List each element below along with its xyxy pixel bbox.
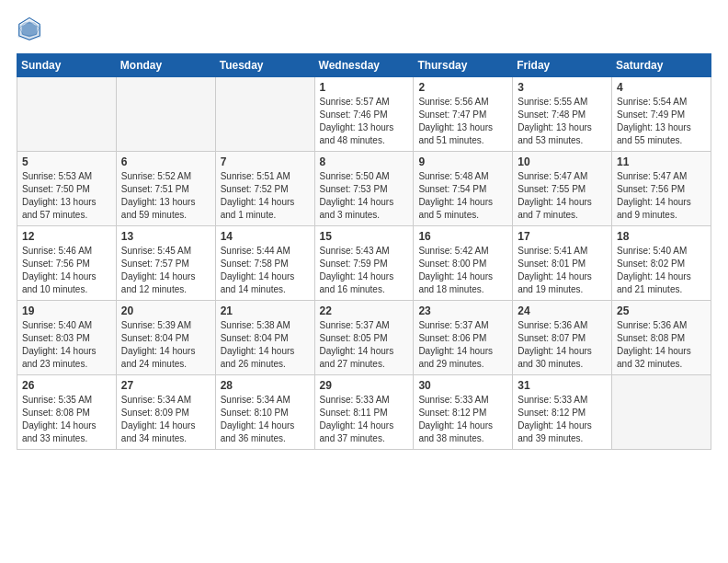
day-number: 4	[617, 81, 706, 94]
day-header-thursday: Thursday	[414, 54, 513, 77]
day-number: 13	[121, 230, 210, 243]
day-info: Sunrise: 5:37 AM Sunset: 8:05 PM Dayligh…	[320, 319, 409, 371]
header-row: SundayMondayTuesdayWednesdayThursdayFrid…	[17, 54, 711, 77]
calendar-cell: 23Sunrise: 5:37 AM Sunset: 8:06 PM Dayli…	[414, 301, 513, 375]
calendar-cell: 5Sunrise: 5:53 AM Sunset: 7:50 PM Daylig…	[17, 152, 117, 226]
day-info: Sunrise: 5:38 AM Sunset: 8:04 PM Dayligh…	[221, 319, 310, 371]
calendar-cell	[17, 77, 117, 152]
calendar-cell: 4Sunrise: 5:54 AM Sunset: 7:49 PM Daylig…	[612, 77, 711, 152]
calendar-cell: 22Sunrise: 5:37 AM Sunset: 8:05 PM Dayli…	[314, 301, 414, 375]
day-info: Sunrise: 5:43 AM Sunset: 7:59 PM Dayligh…	[320, 245, 409, 296]
calendar-cell: 10Sunrise: 5:47 AM Sunset: 7:55 PM Dayli…	[513, 152, 612, 226]
day-number: 14	[221, 230, 310, 243]
calendar-cell: 8Sunrise: 5:50 AM Sunset: 7:53 PM Daylig…	[314, 152, 414, 226]
calendar-cell: 9Sunrise: 5:48 AM Sunset: 7:54 PM Daylig…	[414, 152, 513, 226]
day-info: Sunrise: 5:39 AM Sunset: 8:04 PM Dayligh…	[121, 319, 210, 371]
calendar-cell: 28Sunrise: 5:34 AM Sunset: 8:10 PM Dayli…	[215, 375, 314, 450]
day-info: Sunrise: 5:40 AM Sunset: 8:02 PM Dayligh…	[617, 245, 706, 296]
calendar-week-2: 12Sunrise: 5:46 AM Sunset: 7:56 PM Dayli…	[17, 226, 711, 301]
calendar-cell: 26Sunrise: 5:35 AM Sunset: 8:08 PM Dayli…	[17, 375, 117, 450]
calendar-cell: 24Sunrise: 5:36 AM Sunset: 8:07 PM Dayli…	[513, 301, 612, 375]
day-number: 11	[617, 155, 706, 168]
calendar-cell: 14Sunrise: 5:44 AM Sunset: 7:58 PM Dayli…	[215, 226, 314, 301]
day-info: Sunrise: 5:34 AM Sunset: 8:09 PM Dayligh…	[121, 394, 210, 445]
day-number: 9	[418, 155, 507, 168]
day-number: 19	[22, 304, 111, 317]
logo-icon	[17, 17, 42, 42]
day-info: Sunrise: 5:45 AM Sunset: 7:57 PM Dayligh…	[121, 245, 210, 296]
day-number: 18	[617, 230, 706, 243]
day-info: Sunrise: 5:54 AM Sunset: 7:49 PM Dayligh…	[617, 96, 706, 147]
day-number: 12	[22, 230, 111, 243]
page: SundayMondayTuesdayWednesdayThursdayFrid…	[0, 0, 728, 459]
day-info: Sunrise: 5:44 AM Sunset: 7:58 PM Dayligh…	[221, 245, 310, 296]
calendar-cell: 27Sunrise: 5:34 AM Sunset: 8:09 PM Dayli…	[116, 375, 215, 450]
calendar-cell: 21Sunrise: 5:38 AM Sunset: 8:04 PM Dayli…	[215, 301, 314, 375]
calendar-cell: 31Sunrise: 5:33 AM Sunset: 8:12 PM Dayli…	[513, 375, 612, 450]
day-info: Sunrise: 5:42 AM Sunset: 8:00 PM Dayligh…	[418, 245, 507, 296]
day-info: Sunrise: 5:41 AM Sunset: 8:01 PM Dayligh…	[518, 245, 607, 296]
calendar-cell: 30Sunrise: 5:33 AM Sunset: 8:12 PM Dayli…	[414, 375, 513, 450]
day-number: 28	[221, 379, 310, 392]
day-info: Sunrise: 5:53 AM Sunset: 7:50 PM Dayligh…	[22, 170, 111, 222]
day-number: 22	[320, 304, 409, 317]
day-number: 10	[518, 155, 607, 168]
day-info: Sunrise: 5:57 AM Sunset: 7:46 PM Dayligh…	[320, 96, 409, 147]
day-header-wednesday: Wednesday	[314, 54, 414, 77]
day-info: Sunrise: 5:36 AM Sunset: 8:07 PM Dayligh…	[518, 319, 607, 371]
calendar-cell: 1Sunrise: 5:57 AM Sunset: 7:46 PM Daylig…	[314, 77, 414, 152]
day-number: 5	[22, 155, 111, 168]
calendar-cell: 17Sunrise: 5:41 AM Sunset: 8:01 PM Dayli…	[513, 226, 612, 301]
day-info: Sunrise: 5:47 AM Sunset: 7:55 PM Dayligh…	[518, 170, 607, 222]
calendar-cell	[612, 375, 711, 450]
day-number: 25	[617, 304, 706, 317]
day-info: Sunrise: 5:33 AM Sunset: 8:11 PM Dayligh…	[320, 394, 409, 445]
day-number: 3	[518, 81, 607, 94]
day-info: Sunrise: 5:55 AM Sunset: 7:48 PM Dayligh…	[518, 96, 607, 147]
logo	[17, 17, 48, 42]
day-number: 27	[121, 379, 210, 392]
day-info: Sunrise: 5:33 AM Sunset: 8:12 PM Dayligh…	[418, 394, 507, 445]
calendar-cell	[116, 77, 215, 152]
day-info: Sunrise: 5:37 AM Sunset: 8:06 PM Dayligh…	[418, 319, 507, 371]
day-number: 26	[22, 379, 111, 392]
calendar-cell: 6Sunrise: 5:52 AM Sunset: 7:51 PM Daylig…	[116, 152, 215, 226]
day-number: 21	[221, 304, 310, 317]
day-number: 16	[418, 230, 507, 243]
day-number: 31	[518, 379, 607, 392]
calendar-cell: 20Sunrise: 5:39 AM Sunset: 8:04 PM Dayli…	[116, 301, 215, 375]
calendar-cell: 25Sunrise: 5:36 AM Sunset: 8:08 PM Dayli…	[612, 301, 711, 375]
day-number: 8	[320, 155, 409, 168]
calendar-cell	[215, 77, 314, 152]
calendar-cell: 16Sunrise: 5:42 AM Sunset: 8:00 PM Dayli…	[414, 226, 513, 301]
day-header-sunday: Sunday	[17, 54, 117, 77]
day-info: Sunrise: 5:56 AM Sunset: 7:47 PM Dayligh…	[418, 96, 507, 147]
day-header-tuesday: Tuesday	[215, 54, 314, 77]
day-info: Sunrise: 5:47 AM Sunset: 7:56 PM Dayligh…	[617, 170, 706, 222]
day-number: 2	[418, 81, 507, 94]
calendar-table: SundayMondayTuesdayWednesdayThursdayFrid…	[17, 53, 711, 450]
day-info: Sunrise: 5:34 AM Sunset: 8:10 PM Dayligh…	[221, 394, 310, 445]
day-info: Sunrise: 5:40 AM Sunset: 8:03 PM Dayligh…	[22, 319, 111, 371]
calendar-cell: 3Sunrise: 5:55 AM Sunset: 7:48 PM Daylig…	[513, 77, 612, 152]
day-number: 23	[418, 304, 507, 317]
day-number: 6	[121, 155, 210, 168]
day-header-saturday: Saturday	[612, 54, 711, 77]
day-info: Sunrise: 5:33 AM Sunset: 8:12 PM Dayligh…	[518, 394, 607, 445]
calendar-cell: 18Sunrise: 5:40 AM Sunset: 8:02 PM Dayli…	[612, 226, 711, 301]
day-header-friday: Friday	[513, 54, 612, 77]
calendar-cell: 19Sunrise: 5:40 AM Sunset: 8:03 PM Dayli…	[17, 301, 117, 375]
day-number: 7	[221, 155, 310, 168]
calendar-cell: 7Sunrise: 5:51 AM Sunset: 7:52 PM Daylig…	[215, 152, 314, 226]
day-number: 1	[320, 81, 409, 94]
day-info: Sunrise: 5:46 AM Sunset: 7:56 PM Dayligh…	[22, 245, 111, 296]
day-number: 20	[121, 304, 210, 317]
day-number: 30	[418, 379, 507, 392]
calendar-week-1: 5Sunrise: 5:53 AM Sunset: 7:50 PM Daylig…	[17, 152, 711, 226]
day-info: Sunrise: 5:48 AM Sunset: 7:54 PM Dayligh…	[418, 170, 507, 222]
day-info: Sunrise: 5:52 AM Sunset: 7:51 PM Dayligh…	[121, 170, 210, 222]
day-info: Sunrise: 5:35 AM Sunset: 8:08 PM Dayligh…	[22, 394, 111, 445]
day-number: 17	[518, 230, 607, 243]
day-number: 24	[518, 304, 607, 317]
header	[17, 17, 711, 42]
